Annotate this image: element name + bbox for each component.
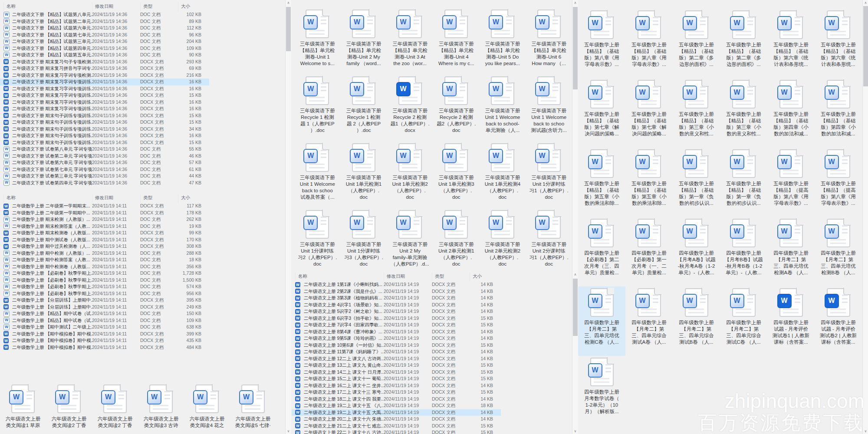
table-row[interactable]: 二年级数学上册 二年级第一学期期末... 2024/11/19 14:11 DO… <box>0 203 209 210</box>
file-icon-item[interactable]: 三年级英语下册 Unit 1分课时练 习1（人教PEP）. doc <box>526 141 572 208</box>
file-icon-item[interactable]: 三年级英语下册 【精品】单元检 测卷-Unit 4 Where is my c.… <box>433 8 480 75</box>
table-row[interactable]: 二年级语文下册 期末句子训练专项训练... 2024/11/19 14:36 D… <box>0 132 209 139</box>
table-row[interactable]: 二年级语文上册 14二上 课文十 日月潭... 2024/11/19 14:19… <box>292 369 501 376</box>
table-row[interactable]: 二年级数学上册 【必刷卷】秋季学期上... 2024/11/19 14:11 D… <box>0 277 209 284</box>
table-row[interactable]: 二年级数学上册 期中检测（人教版）... 2024/11/19 14:11 DO… <box>0 250 209 257</box>
file-icon-item[interactable]: 四年级数学上册 试题 - 月考评价 测试卷2 | 人教新 课标（含答案... <box>815 286 862 356</box>
file-icon-item[interactable]: 三年级英语下册 Unit 1单元检测3 （人教PEP）. doc <box>433 141 480 208</box>
file-icon-item[interactable]: 五年级数学上册 【精品】（基础 版）第四章《小 数的加法和减... <box>767 78 815 148</box>
table-row[interactable]: 二年级数学上册 期中测试卷（人教版... 2024/11/19 14:11 DO… <box>0 237 209 243</box>
table-row[interactable]: 二年级数学上册 期末检测答案（人教... 2024/11/19 14:11 DO… <box>0 223 209 230</box>
table-row[interactable]: 二年级语文上册 17二上 课文十三 寒号... 2024/11/19 14:19… <box>292 389 501 396</box>
file-icon-item[interactable]: 四年级数学上册 【月考A卷】试题 -秋月考A卷（1-2 单元）-（人教... <box>673 217 720 286</box>
file-icon-item[interactable]: 三年级英语下册 【精品】单元检 测卷-Unit 5 Do you like pe… <box>480 8 526 75</box>
table-row[interactable]: 二年级语文上册 22二上 课文十八 古诗... 2024/11/19 14:19… <box>292 429 501 434</box>
file-icon-item[interactable]: 五年级数学上册 【精品】（基础 版）第五章《小 数的乘法和除... <box>578 148 625 217</box>
file-icon-item[interactable]: 四年级数学上册 试题 - 月考评价 测试卷1 | 人教新 课标（含答案... <box>767 286 815 356</box>
table-row[interactable]: 二年级语文上册 20二上 课文十六 朱德... 2024/11/19 14:19… <box>292 416 501 423</box>
file-icon-item[interactable]: 三年级英语下册 Recycle 2 检测 题1（人教PEP）. docx <box>387 75 433 141</box>
table-row[interactable]: 二年级语文下册 期末复习句子专项检测... 2024/11/19 14:36 D… <box>0 59 209 66</box>
table-row[interactable]: 二年级数学上册 【必刷卷】秋季学期上... 2024/11/19 14:11 D… <box>0 290 209 297</box>
table-row[interactable]: 二年级语文下册 期末复习字词专项训练... 2024/11/19 14:36 D… <box>0 85 209 92</box>
file-icon-item[interactable]: 五年级数学上册 【精品】（提高 版）第八章《用 字母表示数》... <box>815 148 862 217</box>
file-icon-item[interactable]: 六年级语文上册 类文阅读2 丁香 <box>92 383 138 434</box>
scroll-up-icon[interactable] <box>863 0 868 6</box>
table-row[interactable]: 二年级语文上册 9第5课《玲玲的画》... 2024/11/19 14:19 D… <box>292 335 501 342</box>
table-row[interactable]: 二年级语文下册 期末句子训练专项训练... 2024/11/19 14:36 D… <box>0 112 209 119</box>
table-row[interactable]: 二年级数学上册 期末检测卷（人教版... 2024/11/19 14:11 DO… <box>0 230 209 237</box>
table-row[interactable]: 二年级数学上册 【必刷卷】秋季学期上... 2024/11/19 14:11 D… <box>0 270 209 277</box>
file-icon-item[interactable]: 五年级数学上册 【精品】（基础 版）第一章《负 数的初步认识... <box>720 148 767 217</box>
file-icon-item[interactable]: 三年级英语下册 Unit 1单元检测4 （人教PEP）. doc <box>480 141 526 208</box>
column-header-type[interactable]: 类型 <box>140 194 178 203</box>
file-icon-item[interactable]: 五年级数学上册 【精品】（基础 版）第八章《用 字母表示数》... <box>625 9 673 78</box>
column-header-size[interactable]: 大小 <box>178 3 204 11</box>
scrollbar-right-pane[interactable] <box>862 0 868 434</box>
file-icon-item[interactable]: 三年级英语下册 Unit 1单元检测2 （人教PEP）. doc <box>387 141 433 208</box>
file-icon-item[interactable]: 六年级语文上册 类文阅读1 草原 <box>0 383 46 434</box>
scrollbar-thumb[interactable] <box>863 6 868 86</box>
scrollbar-left-pane[interactable] <box>285 0 291 434</box>
table-row[interactable]: 二年级语文下册 试卷第八单元 字词专项... 2024/11/19 14:36 … <box>0 146 209 153</box>
file-icon-item[interactable]: 三年级英语下册 Unit 1 Welcome back to schoo 试卷及… <box>294 141 341 208</box>
scrollbar-thumb[interactable] <box>573 279 578 336</box>
file-icon-item[interactable]: 三年级英语下册 【精品】单元检 测卷-Unit 6 How many （... <box>526 8 572 75</box>
column-header-date[interactable]: 修改日期 <box>384 273 432 281</box>
file-icon-item[interactable]: 五年级数学上册 【精品】（基础 版）第五章《小 数的乘法和除... <box>625 148 673 217</box>
file-icon-item[interactable]: 四年级数学上册 【月考二】第 三、四单元培优 检测B卷 （人... <box>815 217 862 286</box>
table-row[interactable]: 二年级语文下册 【精品】试题第三单元... 2024/11/19 14:36 D… <box>0 38 209 45</box>
table-row[interactable]: 二年级数学上册 【精品】期中试卷（试... 2024/11/19 14:11 D… <box>0 310 209 317</box>
table-row[interactable]: 二年级数学上册 【分层训练】上册期中... 2024/11/19 14:11 D… <box>0 304 209 311</box>
table-row[interactable]: 二年级数学上册 期中检测答案（人教... 2024/11/19 14:11 DO… <box>0 256 209 263</box>
table-row[interactable]: 二年级语文下册 试卷第三单元 字词专项... 2024/11/19 14:36 … <box>0 173 209 180</box>
column-header-type[interactable]: 类型 <box>140 3 178 11</box>
file-icon-item[interactable]: 四年级数学上册 月考数学试卷（ 1-2单元）（10 月）（解析版... <box>578 356 625 425</box>
table-row[interactable]: 二年级数学上册 【精品】期中试卷（试... 2024/11/19 14:11 D… <box>0 317 209 324</box>
scroll-up-icon[interactable] <box>572 0 578 6</box>
file-icon-item[interactable]: 三年级英语下册 【精品】单元检 测卷-Unit 1 Welcome to s..… <box>294 8 341 75</box>
table-row[interactable]: 二年级语文下册 期末复习字词专项训练... 2024/11/19 14:36 D… <box>0 79 209 85</box>
table-row[interactable]: 二年级语文下册 期末句子训练专项训练... 2024/11/19 14:36 D… <box>0 139 209 146</box>
file-icon-item[interactable]: 四年级数学上册 【月考二】第 三、四单元培优 检测C卷 （人... <box>578 286 625 356</box>
table-row[interactable]: 二年级语文上册 3第3课《植物妈妈有... 2024/11/19 14:19 D… <box>292 295 501 302</box>
column-header-date[interactable]: 修改日期 <box>92 194 140 203</box>
column-header-name[interactable]: 名称 <box>3 194 92 203</box>
scrollbar-middle-pane[interactable] <box>572 0 578 434</box>
table-row[interactable]: 二年级语文下册 【精品】试题第二单元... 2024/11/19 14:36 D… <box>0 18 209 25</box>
file-icon-item[interactable]: 五年级数学上册 【精品】（基础 版）第一章《负 数的初步认识... <box>673 148 720 217</box>
table-row[interactable]: 二年级数学上册 【分层训练】上册期中... 2024/11/19 14:11 D… <box>0 297 209 304</box>
file-icon-item[interactable]: 三年级英语下册 Unit 2分课时练 习1（人教PEP）. doc <box>526 208 572 275</box>
table-row[interactable]: 二年级语文下册 期末复习拼音与字词专... 2024/11/19 14:36 D… <box>0 65 209 72</box>
table-row[interactable]: 二年级数学上册 【期中模拟卷】期中模... 2024/11/19 14:11 D… <box>0 337 209 344</box>
file-icon-item[interactable]: 五年级数学上册 【精品】（基础 版）第六章《统 计表和条形统... <box>767 9 815 78</box>
file-icon-item[interactable]: 四年级数学上册 【必刷卷】第一 次月考（一、二 单元）质量检... <box>625 217 673 286</box>
table-row[interactable]: 二年级语文上册 5识字2《树之歌》知... 2024/11/19 14:19 D… <box>292 308 501 315</box>
file-icon-item[interactable]: 四年级数学上册 【月考B卷】试题 -秋月考B卷（1-2 单元）-（人教... <box>720 217 767 286</box>
scroll-down-icon[interactable] <box>572 428 578 434</box>
file-icon-item[interactable]: 五年级数学上册 【精品】（基础 版）第二章《多 边形的面积》... <box>720 9 767 78</box>
table-row[interactable]: 二年级语文上册 15二上 课文十一 葡萄... 2024/11/19 14:19… <box>292 375 501 382</box>
table-row[interactable]: 二年级语文下册 【精品】试题第六单元... 2024/11/19 14:36 D… <box>0 25 209 32</box>
file-icon-item[interactable]: 三年级英语下册 【精品】单元检 测卷-Unit 2 My family （wor… <box>341 8 387 75</box>
column-header-date[interactable]: 修改日期 <box>92 3 140 11</box>
table-row[interactable]: 二年级数学上册 【必刷卷】秋季学期上... 2024/11/19 14:11 D… <box>0 283 209 290</box>
table-row[interactable]: 二年级语文下册 【精品】试题第八单元... 2024/11/19 14:36 D… <box>0 11 209 18</box>
file-icon-item[interactable]: 三年级英语下册 【精品】单元检 测卷-Unit 3 At the zoo（wor… <box>387 8 433 75</box>
table-row[interactable]: 二年级语文下册 试卷第四单元 字词专项... 2024/11/19 14:36 … <box>0 180 209 187</box>
file-icon-item[interactable]: 三年级英语下册 Recycle 1 检测 题 2（人教PEP ）.doc <box>341 75 387 141</box>
table-row[interactable]: 二年级语文下册 试卷第六单元 字词专项... 2024/11/19 14:36 … <box>0 159 209 166</box>
table-row[interactable]: 二年级语文下册 期末句子训练专项训练... 2024/11/19 14:36 D… <box>0 126 209 133</box>
table-row[interactable]: 二年级数学上册 【期中模拟卷】期中模... 2024/11/19 14:11 D… <box>0 344 209 351</box>
table-row[interactable]: 二年级语文下册 【精品】试题第七单元... 2024/11/19 14:36 D… <box>0 32 209 39</box>
table-row[interactable]: 二年级语文下册 期末复习字词专项训练... 2024/11/19 14:36 D… <box>0 99 209 106</box>
file-icon-item[interactable]: 四年级数学上册 【月考二】第 三、四单元综合 测试C卷 （人... <box>720 286 767 356</box>
file-icon-item[interactable]: 三年级英语下册 Unit 1单元检测1 （人教PEP）. doc <box>341 141 387 208</box>
table-row[interactable]: 二年级语文下册 期末复习字词专项训练... 2024/11/19 14:36 D… <box>0 92 209 99</box>
scroll-down-icon[interactable] <box>286 428 291 434</box>
column-header-type[interactable]: 类型 <box>432 273 470 281</box>
file-icon-item[interactable]: 五年级数学上册 【精品】（基础 版）第二章《多 边形的面积》... <box>673 9 720 78</box>
file-icon-item[interactable]: 五年级数学上册 【精品】（基础 版）第三章《小 数的意义和性... <box>720 78 767 148</box>
table-row[interactable]: 二年级语文上册 11第7课《妈妈睡了》... 2024/11/19 14:19 … <box>292 349 501 355</box>
file-icon-item[interactable]: 六年级语文上册 类文阅读3 古诗 <box>138 383 184 434</box>
table-row[interactable]: 二年级语文下册 试卷第七单元 字词专项... 2024/11/19 14:36 … <box>0 166 209 173</box>
